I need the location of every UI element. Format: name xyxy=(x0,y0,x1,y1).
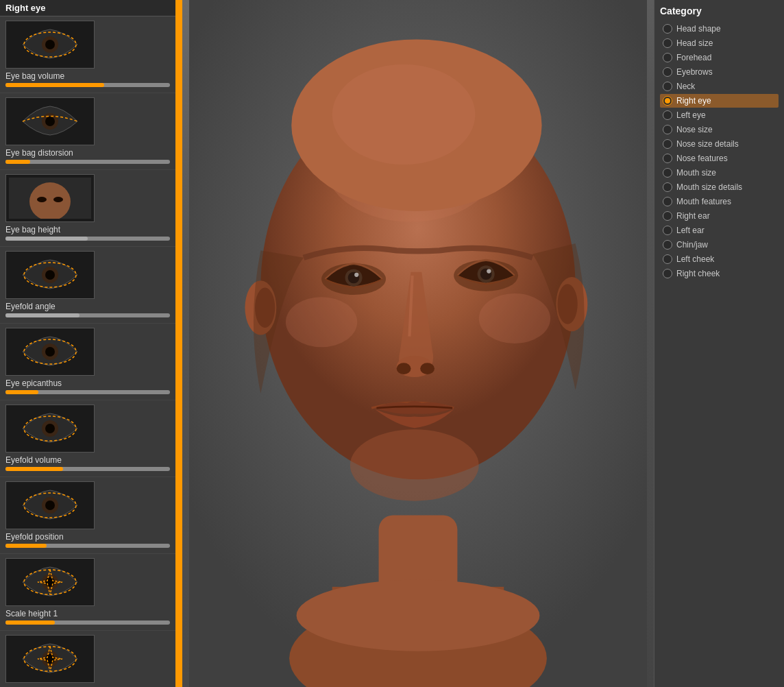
category-label-forehead: Forehead xyxy=(676,53,711,62)
morph-label-eye-bag-height: Eye bag height xyxy=(5,225,170,234)
morph-preview-eye-bag-volume[interactable] xyxy=(5,21,95,69)
slider-eyefold-angle[interactable] xyxy=(5,313,170,317)
morph-preview-eyefold-angle[interactable] xyxy=(5,251,95,299)
category-item-mouth-size-details[interactable]: Mouth size details xyxy=(660,180,779,194)
slider-scale-height-1[interactable] xyxy=(5,620,170,625)
morph-label-eye-epicanthus: Eye epicanthus xyxy=(5,378,170,388)
category-item-forehead[interactable]: Forehead xyxy=(660,51,779,64)
svg-point-9 xyxy=(37,197,47,202)
radio-right-cheek xyxy=(663,269,672,278)
category-label-right-eye: Right eye xyxy=(676,96,711,106)
slider-eye-epicanthus[interactable] xyxy=(5,390,170,394)
category-label-chin-jaw: Chin/jaw xyxy=(676,240,708,250)
category-label-neck: Neck xyxy=(676,82,695,91)
category-item-right-ear[interactable]: Right ear xyxy=(660,209,779,223)
svg-point-25 xyxy=(45,501,55,510)
radio-neck xyxy=(663,82,672,91)
category-title: Category xyxy=(660,5,779,16)
slider-eye-bag-distorsion[interactable] xyxy=(5,160,170,164)
slider-eyefold-position[interactable] xyxy=(5,544,170,548)
slider-eyefold-volume[interactable] xyxy=(5,467,170,471)
radio-eyebrows xyxy=(663,67,672,77)
morph-item-eye-bag-volume: Eye bag volume xyxy=(0,16,175,93)
svg-point-51 xyxy=(397,363,411,374)
face-render xyxy=(182,0,654,687)
category-label-head-size: Head size xyxy=(676,38,713,48)
svg-point-49 xyxy=(487,269,491,273)
morph-preview-scale-height-2[interactable] xyxy=(5,635,95,683)
morph-item-eyefold-volume: Eyefold volume xyxy=(0,400,175,477)
category-item-nose-features[interactable]: Nose features xyxy=(660,152,779,165)
morph-item-eye-bag-distorsion: Eye bag distorsion xyxy=(0,93,175,170)
svg-point-2 xyxy=(45,40,55,49)
left-panel-title: Right eye xyxy=(0,0,175,16)
radio-head-shape xyxy=(663,24,672,34)
svg-point-52 xyxy=(420,363,434,374)
category-label-mouth-features: Mouth features xyxy=(676,197,731,206)
morph-preview-eyefold-volume[interactable] xyxy=(5,405,95,453)
category-item-chin-jaw[interactable]: Chin/jaw xyxy=(660,238,779,252)
morph-label-eyefold-angle: Eyefold angle xyxy=(5,302,170,311)
morph-label-eyefold-volume: Eyefold volume xyxy=(5,455,170,465)
slider-eye-bag-volume[interactable] xyxy=(5,83,170,87)
morph-label-scale-height-1: Scale height 1 xyxy=(5,609,170,618)
radio-forehead xyxy=(663,53,672,62)
radio-nose-features xyxy=(663,154,672,163)
svg-point-17 xyxy=(45,347,55,357)
category-item-nose-size-details[interactable]: Nose size details xyxy=(660,137,779,151)
svg-point-10 xyxy=(53,197,63,202)
morph-preview-eye-bag-height[interactable] xyxy=(5,174,95,222)
morph-item-scale-height-2: Scale height 2 xyxy=(0,631,175,687)
morph-item-eyefold-angle: Eyefold angle xyxy=(0,247,175,324)
category-item-head-size[interactable]: Head size xyxy=(660,36,779,50)
morph-item-scale-height-1: Scale height 1 xyxy=(0,554,175,631)
svg-point-45 xyxy=(354,273,358,277)
morph-item-eyefold-position: Eyefold position xyxy=(0,477,175,554)
slider-fill-eye-bag-height xyxy=(5,237,88,241)
radio-mouth-features xyxy=(663,197,672,206)
slider-eye-bag-height[interactable] xyxy=(5,237,170,241)
radio-dot-right-eye xyxy=(665,98,670,104)
svg-point-54 xyxy=(479,293,550,344)
radio-left-eye xyxy=(663,110,672,120)
svg-point-55 xyxy=(350,429,479,501)
radio-chin-jaw xyxy=(663,240,672,250)
category-item-eyebrows[interactable]: Eyebrows xyxy=(660,65,779,79)
category-item-nose-size[interactable]: Nose size xyxy=(660,123,779,136)
left-panel: Right eye Eye bag volumeEye bag distorsi… xyxy=(0,0,177,687)
morph-preview-eye-bag-distorsion[interactable] xyxy=(5,97,95,145)
category-label-mouth-size-details: Mouth size details xyxy=(676,182,742,192)
category-item-right-eye[interactable]: Right eye xyxy=(660,94,779,108)
radio-nose-size xyxy=(663,125,672,134)
category-label-left-cheek: Left cheek xyxy=(676,254,714,264)
category-item-neck[interactable]: Neck xyxy=(660,80,779,93)
svg-point-33 xyxy=(45,654,55,664)
radio-nose-size-details xyxy=(663,139,672,149)
slider-fill-eye-epicanthus xyxy=(5,390,38,394)
slider-fill-eyefold-position xyxy=(5,544,47,548)
morph-preview-eye-epicanthus[interactable] xyxy=(5,328,95,376)
category-item-right-cheek[interactable]: Right cheek xyxy=(660,267,779,280)
radio-right-ear xyxy=(663,211,672,221)
category-item-head-shape[interactable]: Head shape xyxy=(660,22,779,36)
category-item-left-eye[interactable]: Left eye xyxy=(660,108,779,122)
radio-left-ear xyxy=(663,226,672,235)
radio-mouth-size xyxy=(663,168,672,178)
radio-mouth-size-details xyxy=(663,182,672,192)
radio-head-size xyxy=(663,38,672,48)
left-divider[interactable] xyxy=(177,0,182,687)
category-label-left-eye: Left eye xyxy=(676,110,706,120)
morph-preview-scale-height-1[interactable] xyxy=(5,558,95,606)
svg-point-39 xyxy=(297,579,540,651)
svg-point-29 xyxy=(45,577,55,587)
category-item-mouth-size[interactable]: Mouth size xyxy=(660,166,779,180)
slider-fill-eye-bag-distorsion xyxy=(5,160,30,164)
face-svg xyxy=(182,0,654,687)
morph-preview-eyefold-position[interactable] xyxy=(5,481,95,529)
category-label-left-ear: Left ear xyxy=(676,226,705,235)
radio-left-cheek xyxy=(663,254,672,264)
category-label-nose-size: Nose size xyxy=(676,125,713,134)
category-item-mouth-features[interactable]: Mouth features xyxy=(660,195,779,208)
category-item-left-ear[interactable]: Left ear xyxy=(660,224,779,237)
category-item-left-cheek[interactable]: Left cheek xyxy=(660,252,779,266)
